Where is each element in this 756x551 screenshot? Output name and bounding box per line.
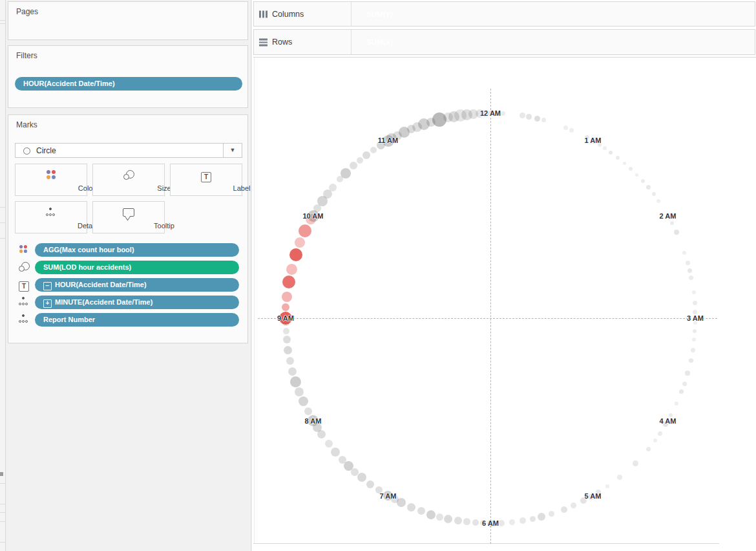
mark-circle[interactable] xyxy=(646,185,651,189)
mark-circle[interactable] xyxy=(689,358,693,363)
mark-circle[interactable] xyxy=(682,382,687,386)
hour-label: 6 AM xyxy=(482,519,499,527)
mark-circle[interactable] xyxy=(357,473,366,482)
mark-circle[interactable] xyxy=(290,376,301,387)
mark-circle[interactable] xyxy=(520,113,525,118)
mark-circle[interactable] xyxy=(357,157,363,164)
mark-circle[interactable] xyxy=(331,448,340,457)
mark-circle[interactable] xyxy=(609,151,613,155)
hour-label: 3 AM xyxy=(687,314,704,322)
mark-circle[interactable] xyxy=(646,447,651,451)
mark-circle[interactable] xyxy=(693,301,697,305)
mark-circle[interactable] xyxy=(282,292,292,302)
mark-circle[interactable] xyxy=(656,199,660,203)
mark-circle[interactable] xyxy=(444,515,452,523)
hour-label: 10 AM xyxy=(302,212,323,220)
mark-circle[interactable] xyxy=(283,328,289,334)
mark-circle[interactable] xyxy=(693,310,697,314)
hour-label: 4 AM xyxy=(660,417,677,425)
mark-circle[interactable] xyxy=(635,173,638,177)
hour-label: 11 AM xyxy=(378,136,398,144)
mark-circle[interactable] xyxy=(686,261,690,265)
mark-circle[interactable] xyxy=(538,513,545,521)
mark-circle[interactable] xyxy=(682,251,686,255)
mark-circle[interactable] xyxy=(282,276,295,288)
mark-circle[interactable] xyxy=(679,389,684,394)
mark-circle[interactable] xyxy=(283,336,291,343)
mark-circle[interactable] xyxy=(689,276,693,280)
mark-circle[interactable] xyxy=(472,519,479,526)
mark-circle[interactable] xyxy=(284,346,292,354)
mark-circle[interactable] xyxy=(501,111,505,116)
reference-line-vertical xyxy=(490,89,491,544)
mark-circle[interactable] xyxy=(692,338,696,341)
mark-circle[interactable] xyxy=(325,440,333,448)
mark-circle[interactable] xyxy=(691,348,695,352)
mark-circle[interactable] xyxy=(370,147,377,153)
tableau-worksheet: Pages Filters HOUR(Accident Date/Time) M… xyxy=(0,0,756,551)
mark-circle[interactable] xyxy=(629,167,633,171)
mark-circle[interactable] xyxy=(561,506,567,513)
mark-circle[interactable] xyxy=(571,502,576,508)
mark-circle[interactable] xyxy=(463,518,470,525)
mark-circle[interactable] xyxy=(569,128,574,133)
mark-circle[interactable] xyxy=(692,290,696,294)
mark-circle[interactable] xyxy=(693,329,697,333)
mark-circle[interactable] xyxy=(623,162,626,165)
mark-circle[interactable] xyxy=(534,116,540,122)
mark-circle[interactable] xyxy=(652,192,656,196)
hour-label: 5 AM xyxy=(585,492,602,500)
mark-circle[interactable] xyxy=(530,516,536,522)
mark-circle[interactable] xyxy=(299,396,308,406)
mark-circle[interactable] xyxy=(436,513,443,521)
mark-circle[interactable] xyxy=(329,184,337,191)
mark-circle[interactable] xyxy=(417,507,425,515)
mark-circle[interactable] xyxy=(633,460,638,466)
mark-circle[interactable] xyxy=(670,221,674,225)
hour-label: 2 AM xyxy=(660,212,677,220)
mark-circle[interactable] xyxy=(426,510,436,519)
mark-circle[interactable] xyxy=(286,264,297,275)
mark-circle[interactable] xyxy=(563,125,568,130)
mark-circle[interactable] xyxy=(605,484,609,488)
mark-circle[interactable] xyxy=(541,118,546,122)
mark-circle[interactable] xyxy=(299,224,311,237)
mark-circle[interactable] xyxy=(350,162,357,169)
mark-circle[interactable] xyxy=(641,179,645,183)
mark-circle[interactable] xyxy=(295,387,304,396)
mark-circle[interactable] xyxy=(498,520,505,526)
mark-circle[interactable] xyxy=(295,237,305,248)
mark-circle[interactable] xyxy=(674,230,679,235)
mark-circle[interactable] xyxy=(366,481,374,488)
mark-circle[interactable] xyxy=(603,146,607,150)
hour-label: 7 AM xyxy=(380,492,397,500)
mark-circle[interactable] xyxy=(526,114,532,120)
mark-circle[interactable] xyxy=(509,519,515,525)
hour-label: 1 AM xyxy=(585,136,602,144)
mark-circle[interactable] xyxy=(616,156,620,160)
mark-circle[interactable] xyxy=(549,511,554,517)
mark-circle[interactable] xyxy=(282,303,289,311)
mark-circle[interactable] xyxy=(688,268,692,273)
mark-circle[interactable] xyxy=(653,438,657,442)
mark-circle[interactable] xyxy=(520,517,526,524)
mark-circle[interactable] xyxy=(288,367,297,376)
hour-label: 8 AM xyxy=(305,417,322,425)
mark-circle[interactable] xyxy=(617,475,622,480)
mark-circle[interactable] xyxy=(286,357,294,365)
hour-label: 9 AM xyxy=(277,314,294,322)
mark-circle[interactable] xyxy=(304,407,312,415)
viz-pane[interactable]: 12 AM1 AM2 AM3 AM4 AM5 AM6 AM7 AM8 AM9 A… xyxy=(0,0,756,551)
mark-circle[interactable] xyxy=(685,371,690,376)
mark-circle[interactable] xyxy=(407,503,415,512)
mark-circle[interactable] xyxy=(362,151,370,159)
reference-line-horizontal xyxy=(258,318,717,319)
mark-circle[interactable] xyxy=(454,517,462,524)
mark-circle[interactable] xyxy=(341,168,351,178)
mark-circle[interactable] xyxy=(675,402,678,405)
hour-label: 12 AM xyxy=(480,109,501,117)
mark-circle[interactable] xyxy=(289,248,302,261)
mark-circle[interactable] xyxy=(658,431,662,436)
